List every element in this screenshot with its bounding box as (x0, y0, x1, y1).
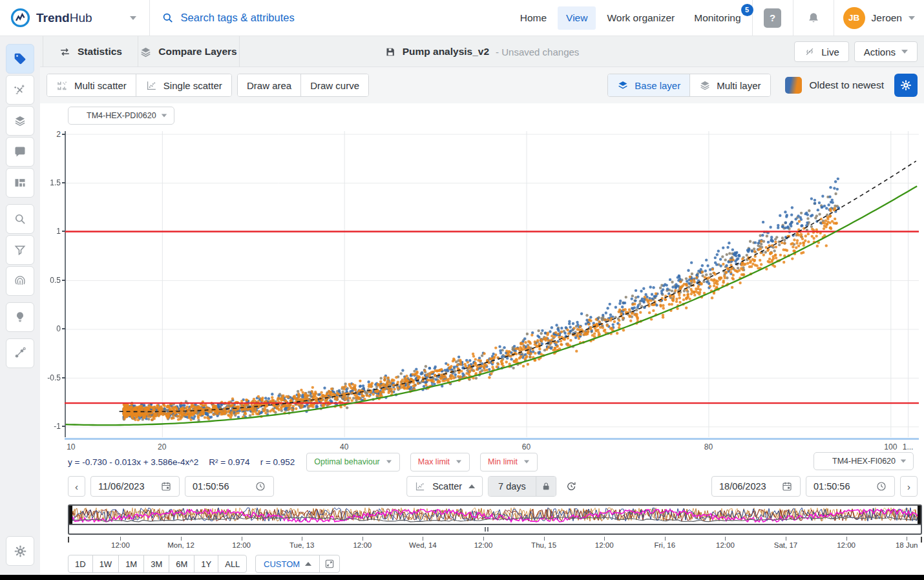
duration-value[interactable]: 7 days (488, 477, 536, 496)
age-gradient-swatch (785, 77, 802, 94)
scatter-chart-canvas[interactable] (65, 131, 919, 437)
timeline-axis-label: 12:00 (219, 541, 264, 549)
y-tick-mark (62, 426, 65, 427)
draw-curve-button[interactable]: Draw curve (301, 74, 368, 96)
draw-area-button[interactable]: Draw area (238, 74, 301, 96)
notifications-button[interactable] (796, 0, 831, 36)
range-6m-button[interactable]: 6M (169, 555, 194, 572)
document-status: - Unsaved changes (496, 47, 579, 57)
nav-monitoring[interactable]: Monitoring 5 (686, 6, 749, 30)
divider (752, 0, 753, 36)
multi-scatter-icon (56, 79, 68, 92)
timeline-axis-label: Thu, 15 (521, 541, 567, 549)
timeline-axis-label: Fri, 16 (642, 541, 688, 549)
brush-handle-icon[interactable] (485, 527, 488, 532)
timeline-axis-tick (423, 537, 423, 541)
search-input[interactable]: Search tags & attributes (150, 12, 295, 24)
chart-type-dropdown[interactable]: Scatter (406, 476, 483, 497)
brand-chevron-down-icon[interactable] (130, 16, 136, 20)
sidebar-item-layers[interactable] (6, 106, 34, 136)
app-logo[interactable]: TrendHub (0, 8, 92, 28)
save-icon[interactable] (385, 47, 396, 57)
nav-home[interactable]: Home (512, 6, 555, 30)
actions-chevron-down-icon (901, 50, 908, 54)
actions-label: Actions (864, 47, 896, 57)
range-3m-button[interactable]: 3M (144, 555, 169, 572)
multi-scatter-button[interactable]: Multi scatter (47, 74, 136, 96)
context-timeline[interactable] (68, 504, 922, 535)
chevron-down-icon (386, 461, 392, 464)
start-time-field[interactable]: 01:50:56 (185, 476, 274, 497)
timeline-axis-tick (362, 537, 363, 541)
x-axis-tag-chip[interactable]: TM4-HEX-FI0620 (814, 452, 914, 470)
scatter-type-icon (414, 481, 426, 492)
y-tick-label: 1.5 (41, 178, 61, 187)
formula-icon (14, 83, 26, 96)
range-1m-button[interactable]: 1M (119, 555, 144, 572)
sidebar-item-machine-learning[interactable] (6, 338, 34, 368)
history-button[interactable] (562, 476, 581, 497)
time-range-bar: ‹ 11/06/2023 01:50:56 (40, 476, 924, 498)
lock-duration-button[interactable] (536, 477, 556, 496)
nav-work-organizer[interactable]: Work organizer (598, 6, 683, 30)
top-navbar: TrendHub Search tags & attributes Home V… (0, 0, 924, 36)
sidebar-settings-button[interactable] (6, 536, 34, 566)
range-all-button[interactable]: ALL (218, 555, 246, 572)
chart-settings-button[interactable] (894, 74, 918, 97)
draw-area-label: Draw area (247, 80, 291, 91)
nav-view[interactable]: View (558, 6, 596, 30)
compare-layers-button[interactable]: Compare Layers (138, 36, 240, 67)
multi-layer-button[interactable]: Multi layer (690, 74, 770, 96)
fit-range-button[interactable] (320, 555, 339, 572)
nav-monitoring-label: Monitoring (694, 12, 740, 23)
optimal-behaviour-dropdown[interactable]: Optimal behaviour (306, 453, 399, 471)
main-area: Statistics Compare Layers Pump analysis_… (40, 36, 924, 575)
statistics-button[interactable]: Statistics (43, 36, 138, 67)
regression-r2: R² = 0.974 (209, 457, 249, 467)
shift-forward-button[interactable]: › (900, 476, 918, 497)
timeline-brush-track[interactable] (69, 525, 921, 533)
sidebar-item-comments[interactable] (6, 137, 34, 167)
start-date-field[interactable]: 11/06/2023 (90, 476, 180, 497)
end-time-field[interactable]: 01:50:56 (806, 476, 895, 497)
sidebar-item-tags[interactable] (6, 44, 34, 74)
x-axis-line (65, 438, 919, 440)
search-label: Search tags & attributes (181, 12, 295, 24)
timeline-signals-canvas[interactable] (69, 506, 921, 525)
sidebar-item-calculations[interactable] (6, 75, 34, 105)
sidebar-item-filter[interactable] (6, 235, 34, 265)
timeline-axis-tick (544, 537, 545, 541)
sidebar-item-search[interactable] (6, 204, 34, 234)
help-button[interactable]: ? (755, 0, 790, 36)
range-1y-button[interactable]: 1Y (194, 555, 218, 572)
chart-type-label: Scatter (432, 481, 462, 492)
y-tick-label: -0.5 (41, 373, 61, 382)
sidebar-item-recommendations[interactable] (6, 302, 34, 332)
end-date-field[interactable]: 18/06/2023 (711, 476, 801, 497)
max-limit-dropdown[interactable]: Max limit (410, 453, 470, 471)
base-layer-icon (617, 79, 629, 91)
user-menu[interactable]: JB Jeroen (837, 7, 924, 29)
chevron-up-icon (305, 562, 311, 566)
live-button[interactable]: Live (794, 41, 849, 62)
single-scatter-button[interactable]: Single scatter (136, 74, 231, 96)
base-layer-button[interactable]: Base layer (608, 74, 690, 96)
actions-button[interactable]: Actions (854, 41, 918, 62)
compare-layers-label: Compare Layers (158, 46, 236, 57)
shift-back-button[interactable]: ‹ (68, 476, 85, 497)
timeline-axis-tick (483, 537, 484, 541)
trendhub-app: TrendHub Search tags & attributes Home V… (0, 0, 924, 580)
end-time-value: 01:50:56 (814, 481, 869, 492)
funnel-icon (14, 243, 26, 256)
tag-chip[interactable]: TM4-HEX-PDI0620 (68, 107, 174, 125)
timeline-axis: 12:00Mon, 1212:00Tue, 1312:00Wed, 1412:0… (68, 537, 922, 552)
range-1d-button[interactable]: 1D (68, 555, 93, 572)
sidebar-item-dashboard[interactable] (6, 168, 34, 198)
timeline-axis-label: 12:00 (702, 541, 748, 549)
min-limit-dropdown[interactable]: Min limit (480, 453, 538, 471)
range-1w-button[interactable]: 1W (93, 555, 120, 572)
custom-range-button[interactable]: CUSTOM (256, 555, 320, 572)
gear-icon (14, 544, 27, 558)
custom-range-label: CUSTOM (264, 559, 300, 569)
sidebar-item-fingerprint[interactable] (6, 266, 34, 296)
